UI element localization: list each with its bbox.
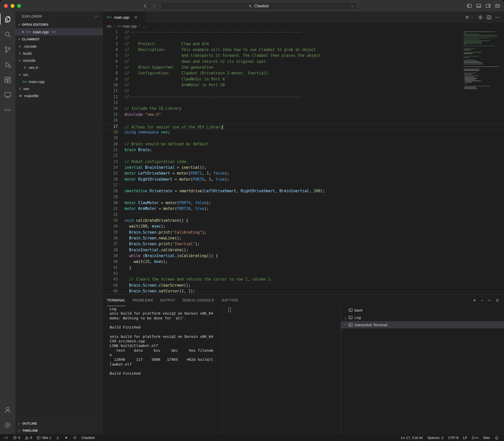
breadcrumb-item[interactable]: C++main.cpp xyxy=(117,24,137,28)
code-line[interactable]: 10// ArmMotor in Port 10 xyxy=(103,82,504,88)
open-editors-header[interactable]: OPEN EDITORS xyxy=(15,21,103,28)
code-line[interactable]: 31motor ArmMotor = motor(PORT10, true); xyxy=(103,206,504,212)
toggle-sidebar-button[interactable] xyxy=(467,3,472,8)
toggle-panel-button[interactable] xyxy=(476,3,481,8)
activity-item-explorer[interactable] xyxy=(0,12,15,27)
activity-item-extensions[interactable] xyxy=(0,72,15,87)
breadcrumb-item[interactable]: src xyxy=(107,24,112,28)
status-slot[interactable]: Slot 1 xyxy=(34,434,53,441)
toggle-secondary-sidebar-button[interactable] xyxy=(486,3,491,8)
activity-item-vex[interactable]: v≡x xyxy=(0,102,15,118)
code-line[interactable]: 25motor LeftDriveSmart = motor(PORT1, 1,… xyxy=(103,171,504,176)
terminal-list-item[interactable]: └Interactive Terminal xyxy=(341,321,504,328)
code-line[interactable]: 19 xyxy=(103,135,504,141)
more-actions-icon[interactable] xyxy=(94,14,98,18)
code-line[interactable]: 13 xyxy=(103,100,504,106)
code-line[interactable]: 18using namespace vex; xyxy=(103,129,504,135)
code-line[interactable]: 29 xyxy=(103,194,504,200)
close-tab-icon[interactable] xyxy=(134,15,138,19)
status-notifications[interactable] xyxy=(492,434,501,441)
status-platform-target[interactable]: Mac xyxy=(481,434,492,441)
code-line[interactable]: 2// xyxy=(103,35,504,41)
code-line[interactable]: 43 // Clears the screen and returns the … xyxy=(103,277,504,282)
tree-item--vscode[interactable]: .vscode xyxy=(15,43,103,50)
code-line[interactable]: 9// ClawMotor in Port 4 xyxy=(103,76,504,82)
run-file-button[interactable] xyxy=(465,15,470,20)
panel-tab-terminal[interactable]: TERMINAL xyxy=(107,295,126,306)
code-line[interactable]: 3// Project: Claw and Arm xyxy=(103,41,504,47)
activity-item-run-debug[interactable] xyxy=(0,57,15,72)
project-root-header[interactable]: CLAWBOT xyxy=(15,36,103,43)
terminal-list-item[interactable]: ┌Log xyxy=(341,314,504,321)
run-dropdown-chevron[interactable] xyxy=(471,16,474,19)
breadcrumb-item[interactable]: … xyxy=(142,24,146,28)
maximize-panel-button[interactable] xyxy=(487,298,492,302)
tree-item-include[interactable]: include xyxy=(15,57,103,64)
minimize-window-button[interactable] xyxy=(11,4,14,8)
tree-item-main-cpp[interactable]: C++main.cpp xyxy=(15,78,103,85)
tab-main-cpp[interactable]: C++main.cpp xyxy=(103,12,145,23)
status-warnings[interactable]: 0 xyxy=(22,434,34,441)
terminal-split-divider[interactable] xyxy=(222,306,222,434)
status-encoding[interactable]: UTF-8 xyxy=(446,434,461,441)
status-indentation[interactable]: Spaces: 2 xyxy=(425,434,446,441)
status-project-name[interactable]: Clawbot xyxy=(79,434,97,441)
code-line[interactable]: 36 Brain.Screen.newLine(); xyxy=(103,235,504,241)
code-line[interactable]: 33void calibrateDrivetrain() { xyxy=(103,218,504,224)
code-line[interactable]: 27 xyxy=(103,182,504,188)
panel-tab-debug-console[interactable]: DEBUG CONSOLE xyxy=(182,295,214,306)
code-line[interactable]: 16 xyxy=(103,118,504,123)
code-line[interactable]: 7// Brain Supported: 2nd generation xyxy=(103,65,504,70)
activity-item-settings[interactable] xyxy=(0,417,15,432)
terminal-output[interactable]: Log unix build for platform vexiq2 on Da… xyxy=(110,307,221,376)
customize-layout-button[interactable] xyxy=(495,3,500,8)
command-center[interactable]: Clawbot xyxy=(161,2,357,10)
code-line[interactable]: 32 xyxy=(103,212,504,218)
code-line[interactable]: 34 wait(200, msec); xyxy=(103,224,504,229)
activity-item-accounts[interactable] xyxy=(0,402,15,417)
new-terminal-button[interactable] xyxy=(472,298,477,302)
sidebar-section-outline[interactable]: OUTLINE xyxy=(15,420,103,427)
code-line[interactable]: 23// Robot configuration code. xyxy=(103,159,504,165)
close-panel-button[interactable] xyxy=(495,298,499,302)
tree-item-vex-h[interactable]: Cvex.h xyxy=(15,64,103,71)
status-cursor-position[interactable]: Ln 17, Col 44 xyxy=(399,434,425,441)
tree-item-makefile[interactable]: Mmakefile xyxy=(15,92,103,99)
code-line[interactable]: 44 Brain.Screen.clearScreen(); xyxy=(103,283,504,288)
code-line[interactable]: 11// xyxy=(103,88,504,94)
status-run-program[interactable] xyxy=(62,434,71,441)
code-line[interactable]: 6// down and returns to its original spo… xyxy=(103,59,504,65)
minimap[interactable] xyxy=(464,31,501,90)
code-line[interactable]: 17// Allows for easier use of the VEX Li… xyxy=(103,124,504,129)
code-line[interactable]: 12//------------------------------------… xyxy=(103,94,504,100)
code-line[interactable]: 15#include "vex.h" xyxy=(103,112,504,118)
code-line[interactable]: 30motor ClawMotor = motor(PORT4, false); xyxy=(103,200,504,206)
terminal-picker-chevron[interactable] xyxy=(480,299,484,302)
status-errors[interactable]: 0 xyxy=(11,434,22,441)
status-download-to-brain[interactable] xyxy=(53,434,62,441)
open-editor-item[interactable]: C++main.cppsrc xyxy=(15,28,103,36)
close-icon[interactable] xyxy=(21,30,25,34)
code-line[interactable]: 22 xyxy=(103,153,504,159)
code-line[interactable]: 14// Include the IQ Library xyxy=(103,106,504,112)
forward-button[interactable] xyxy=(152,3,157,8)
status-language-mode[interactable]: C++ xyxy=(469,434,481,441)
code-line[interactable]: 28smartdrive Drivetrain = smartdrive(Lef… xyxy=(103,188,504,194)
split-editor-button[interactable] xyxy=(487,15,491,20)
chevron-down-icon[interactable] xyxy=(350,4,354,8)
tree-item-vex[interactable]: vex xyxy=(15,85,103,92)
panel-tab-output[interactable]: OUTPUT xyxy=(160,295,175,306)
code-line[interactable]: 8// Configuration: Clawbot (Drivetrain 2… xyxy=(103,70,504,76)
code-line[interactable]: 39 while (BrainInertial.isCalibrating())… xyxy=(103,253,504,259)
code-line[interactable]: 20// Brain should be defined by default xyxy=(103,141,504,147)
terminal-list-item[interactable]: bash xyxy=(341,307,504,314)
code-line[interactable]: 26motor RightDriveSmart = motor(PORT6, 1… xyxy=(103,177,504,182)
back-button[interactable] xyxy=(143,3,148,8)
panel-tab-jupyter[interactable]: JUPYTER xyxy=(221,295,238,306)
code-line[interactable]: 40 wait(25, msec); xyxy=(103,259,504,265)
code-line[interactable]: 35 Brain.Screen.print("Calibrating"); xyxy=(103,230,504,235)
code-line[interactable]: 38 BrainInertial.calibrate(); xyxy=(103,247,504,253)
zoom-window-button[interactable] xyxy=(17,4,21,8)
tree-item-src[interactable]: src xyxy=(15,71,103,78)
status-eol[interactable]: LF xyxy=(461,434,469,441)
